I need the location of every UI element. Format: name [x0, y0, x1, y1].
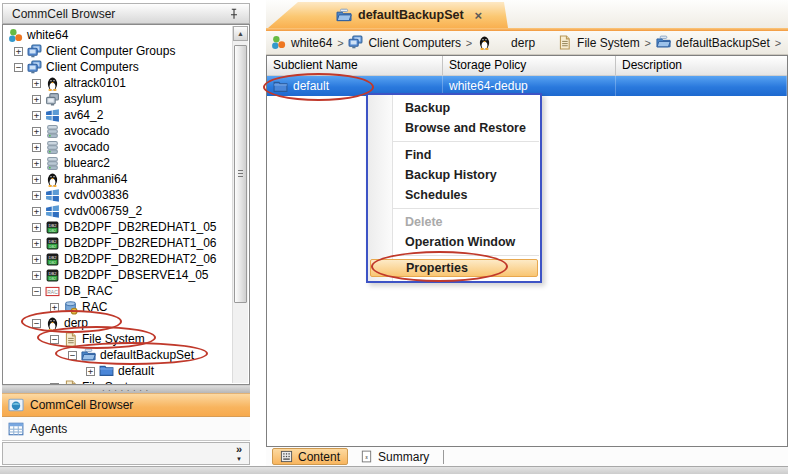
- tree-node-db2dpf-db2redhat2-06[interactable]: +DB2DB2DB2DPF_DB2REDHAT2_06: [4, 251, 232, 267]
- tab-close-icon[interactable]: ×: [475, 9, 483, 22]
- menu-item-operation-window[interactable]: Operation Window: [368, 232, 540, 252]
- breadcrumb-item-file-system[interactable]: File System: [557, 35, 640, 50]
- tree-node-client-computer-groups[interactable]: +Client Computer Groups: [4, 43, 232, 59]
- tree-node-label: altrack0101: [64, 75, 126, 91]
- tree-node-label: DB2DPF_DB2REDHAT2_06: [64, 251, 217, 267]
- panel-button-commcell-browser[interactable]: CommCell Browser: [2, 393, 250, 417]
- folder-icon: [273, 80, 288, 93]
- column-header-storage-policy[interactable]: Storage Policy: [443, 56, 616, 75]
- tree-node-derp[interactable]: −derp: [4, 315, 232, 331]
- scrollbar-thumb[interactable]: [234, 45, 247, 303]
- dropdown-arrow-icon[interactable]: ▼: [236, 454, 242, 464]
- breadcrumb-separator: >: [770, 37, 786, 49]
- expand-toggle-icon[interactable]: +: [32, 79, 41, 88]
- expand-toggle-icon[interactable]: +: [14, 47, 23, 56]
- breadcrumb-separator: >: [461, 37, 477, 49]
- penguin-icon: [45, 316, 60, 331]
- panel-overflow-controls: » ▼: [236, 444, 242, 464]
- panel-overflow-area: » ▼: [2, 442, 250, 465]
- tree-node-db2dpf-db2redhat1-06[interactable]: +DB2DB2DB2DPF_DB2REDHAT1_06: [4, 235, 232, 251]
- expand-toggle-icon[interactable]: +: [32, 255, 41, 264]
- collapse-toggle-icon[interactable]: −: [32, 287, 41, 296]
- filesystem-icon: [63, 380, 78, 385]
- bottom-tab-summary[interactable]: sSummary: [353, 448, 436, 465]
- tree-node-file-system[interactable]: +File System: [4, 379, 232, 384]
- agents-icon: [8, 421, 24, 437]
- collapse-toggle-icon[interactable]: −: [68, 351, 77, 360]
- rac-icon: RAC: [45, 284, 60, 299]
- expand-toggle-icon[interactable]: +: [86, 367, 95, 376]
- tree-node-cvdv006759-2[interactable]: +cvdv006759_2: [4, 203, 232, 219]
- column-header-subclient-name[interactable]: Subclient Name: [267, 56, 443, 75]
- tree-node-av64-2[interactable]: +av64_2: [4, 107, 232, 123]
- menu-item-backup-history[interactable]: Backup History: [368, 165, 540, 185]
- bottom-tab-content[interactable]: Content: [272, 448, 348, 465]
- chevron-double-right-icon[interactable]: »: [236, 444, 242, 454]
- svg-text:DB2: DB2: [49, 270, 58, 275]
- breadcrumb-label: Client Computers: [368, 36, 461, 50]
- collapse-toggle-icon[interactable]: −: [14, 63, 23, 72]
- tree-node-client-computers[interactable]: −Client Computers: [4, 59, 232, 75]
- tree-node-label: DB_RAC: [64, 283, 113, 299]
- menu-item-backup[interactable]: Backup: [368, 98, 540, 118]
- expand-toggle-icon[interactable]: +: [32, 159, 41, 168]
- menu-item-schedules[interactable]: Schedules: [368, 185, 540, 205]
- expand-toggle-icon[interactable]: +: [50, 303, 59, 312]
- collapse-toggle-icon[interactable]: −: [32, 319, 41, 328]
- subclient-context-menu: BackupBrowse and RestoreFindBackup Histo…: [366, 93, 542, 283]
- tree-node-db-rac[interactable]: −RACDB_RAC: [4, 283, 232, 299]
- expand-toggle-icon[interactable]: +: [32, 175, 41, 184]
- expand-toggle-icon[interactable]: +: [32, 95, 41, 104]
- expand-toggle-icon[interactable]: +: [32, 191, 41, 200]
- menu-item-find[interactable]: Find: [368, 145, 540, 165]
- expand-toggle-icon[interactable]: +: [32, 223, 41, 232]
- menu-separator: [369, 141, 539, 142]
- menu-item-properties[interactable]: Properties: [370, 259, 538, 277]
- tree-node-rac[interactable]: +RAC: [4, 299, 232, 315]
- column-header-description[interactable]: Description: [616, 56, 787, 75]
- collapse-toggle-icon[interactable]: −: [50, 335, 59, 344]
- breadcrumb-label: defaultBackupSet: [676, 36, 770, 50]
- svg-text:DB2: DB2: [49, 228, 56, 232]
- tree-node-label: cvdv003836: [64, 187, 129, 203]
- expand-toggle-icon[interactable]: +: [32, 207, 41, 216]
- tree-node-altrack0101[interactable]: +altrack0101: [4, 75, 232, 91]
- tree-node-db2dpf-db2redhat1-05[interactable]: +DB2DB2DB2DPF_DB2REDHAT1_05: [4, 219, 232, 235]
- menu-item-browse-and-restore[interactable]: Browse and Restore: [368, 118, 540, 138]
- tree-node-avocado[interactable]: +avocado: [4, 139, 232, 155]
- panel-splitter-handle[interactable]: ........: [2, 385, 250, 393]
- backupset-icon: [336, 8, 352, 23]
- panel-button-agents[interactable]: Agents: [2, 417, 250, 441]
- tree-node-label: RAC: [82, 299, 107, 315]
- breadcrumb-item-client-computers[interactable]: Client Computers: [348, 35, 461, 50]
- filesystem-icon: [63, 332, 78, 347]
- server-icon: [45, 140, 60, 155]
- breadcrumb-item-defaultbackupset[interactable]: defaultBackupSet: [656, 35, 770, 50]
- breadcrumb-item-white64[interactable]: white64: [271, 35, 332, 50]
- tree-node-db2dpf-dbserve14-05[interactable]: +DB2DB2DB2DPF_DBSERVE14_05: [4, 267, 232, 283]
- tree-node-defaultbackupset[interactable]: −defaultBackupSet: [4, 347, 232, 363]
- tree-node-asylum[interactable]: +asylum: [4, 91, 232, 107]
- cell-description: [616, 76, 787, 96]
- tree-node-bluearc2[interactable]: +bluearc2: [4, 155, 232, 171]
- expand-toggle-icon[interactable]: +: [32, 239, 41, 248]
- tab-defaultbackupset[interactable]: defaultBackupSet ×: [268, 2, 508, 28]
- expand-toggle-icon[interactable]: +: [50, 383, 59, 385]
- penguin-icon: [45, 172, 60, 187]
- panel-title: CommCell Browser: [12, 7, 115, 21]
- tree-node-label: brahmani64: [64, 171, 127, 187]
- expand-toggle-icon[interactable]: +: [32, 127, 41, 136]
- scrollbar-up-icon[interactable]: ▲: [233, 26, 248, 41]
- pin-icon[interactable]: [228, 8, 240, 20]
- tree-node-white64[interactable]: white64: [4, 27, 232, 43]
- tree-node-cvdv003836[interactable]: +cvdv003836: [4, 187, 232, 203]
- tree-node-brahmani64[interactable]: +brahmani64: [4, 171, 232, 187]
- breadcrumb-item-derp[interactable]: derp: [477, 35, 535, 50]
- tree-node-file-system[interactable]: −File System: [4, 331, 232, 347]
- tree-node-default[interactable]: +default: [4, 363, 232, 379]
- tree-node-avocado[interactable]: +avocado: [4, 123, 232, 139]
- expand-toggle-icon[interactable]: +: [32, 143, 41, 152]
- expand-toggle-icon[interactable]: +: [32, 111, 41, 120]
- window-status-strip: [0, 466, 788, 474]
- expand-toggle-icon[interactable]: +: [32, 271, 41, 280]
